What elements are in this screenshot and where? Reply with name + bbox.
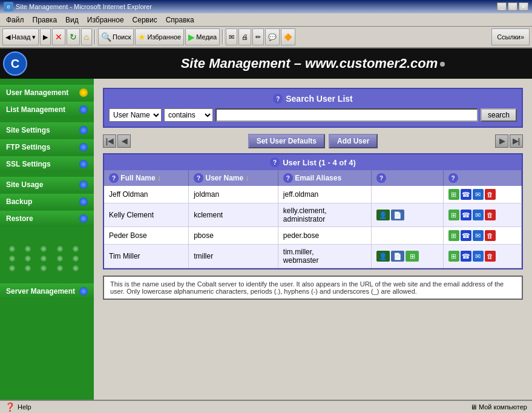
edit-button[interactable]: ✏ bbox=[252, 28, 264, 45]
msn-button[interactable]: 🔶 bbox=[281, 28, 295, 45]
mail-icon-4[interactable]: ✉ bbox=[473, 251, 484, 262]
export-icon-1[interactable]: ⊞ bbox=[448, 189, 459, 200]
nav-dot-site-usage bbox=[79, 180, 88, 189]
export-icon-2[interactable]: ⊞ bbox=[448, 210, 459, 220]
decorative-dot bbox=[41, 265, 47, 271]
menu-help[interactable]: Справка bbox=[162, 15, 198, 25]
table-row: Jeff Oldman joldman jeff.oldman ⊞ ☎ ✉ bbox=[104, 186, 522, 203]
phone-icon-4[interactable]: ☎ bbox=[461, 251, 471, 262]
forward-button[interactable]: ▶ bbox=[40, 28, 51, 45]
decorative-dot bbox=[41, 256, 47, 262]
col-actions1-help[interactable]: ? bbox=[376, 173, 386, 183]
cell-fullname-2: Kelly Clement bbox=[104, 203, 189, 227]
col-actions-2: ? bbox=[443, 170, 521, 186]
title-bar: e Site Management - Microsoft Internet E… bbox=[0, 0, 532, 13]
main-panel: Site Management – www.customer2.com ? Se… bbox=[94, 48, 532, 400]
stop-button[interactable]: ✕ bbox=[52, 28, 65, 45]
minimize-button[interactable]: _ bbox=[497, 2, 507, 11]
page-icon-4[interactable]: 📄 bbox=[391, 251, 404, 262]
sidebar-logo: C bbox=[0, 48, 94, 79]
menu-view[interactable]: Вид bbox=[62, 15, 82, 25]
prev-page-button[interactable]: ◀ bbox=[117, 134, 131, 148]
col-email-help[interactable]: ? bbox=[283, 173, 293, 183]
sidebar-item-restore[interactable]: Restore bbox=[0, 211, 94, 226]
sort-username-icon[interactable]: ↓ bbox=[246, 174, 249, 182]
user-list-help-icon[interactable]: ? bbox=[270, 157, 280, 167]
sidebar-item-ssl-settings[interactable]: SSL Settings bbox=[0, 156, 94, 172]
first-page-button[interactable]: |◀ bbox=[103, 134, 116, 148]
decorative-dot bbox=[25, 265, 31, 271]
sidebar-item-backup[interactable]: Backup bbox=[0, 194, 94, 210]
delete-icon-4[interactable]: 🗑 bbox=[485, 251, 496, 262]
sidebar-item-ftp-settings[interactable]: FTP Settings bbox=[0, 139, 94, 155]
decorative-dot bbox=[57, 256, 63, 262]
menu-favorites[interactable]: Избранное bbox=[84, 15, 128, 25]
delete-icon-2[interactable]: 🗑 bbox=[485, 210, 496, 220]
search-button[interactable]: search bbox=[481, 108, 517, 122]
export-icon2-4[interactable]: ⊞ bbox=[406, 251, 419, 262]
sidebar-item-site-usage[interactable]: Site Usage bbox=[0, 177, 94, 193]
phone-icon-1[interactable]: ☎ bbox=[461, 189, 471, 200]
page-nav-left: |◀ ◀ bbox=[103, 134, 131, 148]
sidebar-item-server-management[interactable]: Server Management bbox=[0, 283, 94, 299]
mail-icon-2[interactable]: ✉ bbox=[473, 210, 484, 220]
discuss-button[interactable]: 💬 bbox=[265, 28, 280, 45]
cell-fullname-4: Tim Miller bbox=[104, 245, 189, 268]
stop-icon: ✕ bbox=[55, 32, 62, 42]
delete-icon-3[interactable]: 🗑 bbox=[485, 230, 496, 241]
cell-username-4: tmiller bbox=[189, 245, 278, 268]
links-button[interactable]: Ссылки » bbox=[491, 28, 530, 45]
page-icon-2[interactable]: 📄 bbox=[391, 210, 404, 220]
refresh-button[interactable]: ↻ bbox=[67, 28, 80, 45]
menu-file[interactable]: Файл bbox=[2, 15, 28, 25]
export-icon-4[interactable]: ⊞ bbox=[448, 251, 459, 262]
phone-icon-3[interactable]: ☎ bbox=[461, 230, 471, 241]
browser-toolbar: ◀ Назад ▾ ▶ ✕ ↻ ⌂ 🔍 Поиск ★ Избранное ▶ … bbox=[0, 27, 532, 48]
mail-icon-3[interactable]: ✉ bbox=[473, 230, 484, 241]
star-icon: ★ bbox=[138, 32, 146, 42]
search-controls: User Name Email contains starts with equ… bbox=[109, 108, 517, 122]
col-fullname-help[interactable]: ? bbox=[109, 173, 119, 183]
search-button[interactable]: 🔍 Поиск bbox=[98, 28, 134, 45]
mail-icon-1[interactable]: ✉ bbox=[473, 189, 484, 200]
col-actions2-help[interactable]: ? bbox=[448, 173, 458, 183]
cell-icons2-3: ⊞ ☎ ✉ 🗑 bbox=[443, 227, 521, 245]
add-user-button[interactable]: Add User bbox=[329, 134, 378, 148]
sidebar-item-user-management[interactable]: User Management bbox=[0, 85, 94, 101]
admin-icon-2[interactable]: 👤 bbox=[376, 210, 390, 220]
menu-edit[interactable]: Правка bbox=[29, 15, 61, 25]
window-controls[interactable]: _ □ ✕ bbox=[497, 2, 528, 11]
info-box: This is the name used by the Cobalt serv… bbox=[103, 276, 523, 300]
search-input[interactable] bbox=[215, 108, 478, 122]
delete-icon-1[interactable]: 🗑 bbox=[485, 189, 496, 200]
print-button[interactable]: 🖨 bbox=[238, 28, 251, 45]
maximize-button[interactable]: □ bbox=[508, 2, 517, 11]
phone-icon-2[interactable]: ☎ bbox=[461, 210, 471, 220]
search-filter-select[interactable]: User Name Email bbox=[109, 108, 162, 122]
set-user-defaults-button[interactable]: Set User Defaults bbox=[248, 134, 325, 148]
media-button[interactable]: ▶ Медиа bbox=[185, 28, 220, 45]
next-page-button[interactable]: ▶ bbox=[495, 134, 508, 148]
sort-fullname-icon[interactable]: ↓ bbox=[157, 174, 161, 182]
window-title: Site Management - Microsoft Internet Exp… bbox=[16, 3, 152, 10]
last-page-button[interactable]: ▶| bbox=[510, 134, 523, 148]
status-bar: ❓ Help 🖥 Мой компьютер bbox=[0, 400, 532, 413]
export-icon-3[interactable]: ⊞ bbox=[448, 230, 459, 241]
admin-icon-4[interactable]: 👤 bbox=[376, 251, 390, 262]
menu-service[interactable]: Сервис bbox=[129, 15, 161, 25]
sidebar-item-site-settings[interactable]: Site Settings bbox=[0, 122, 94, 138]
back-button[interactable]: ◀ Назад ▾ bbox=[2, 28, 39, 45]
user-list-container: ? User List (1 - 4 of 4) ? Full Name ↓ bbox=[103, 153, 523, 269]
home-button[interactable]: ⌂ bbox=[81, 28, 92, 45]
sidebar-item-list-management[interactable]: List Management bbox=[0, 102, 94, 117]
cell-fullname-3: Peder Bose bbox=[104, 227, 189, 245]
close-button[interactable]: ✕ bbox=[519, 2, 528, 11]
nav-dot-ssl-settings bbox=[79, 160, 88, 168]
search-help-icon[interactable]: ? bbox=[273, 94, 283, 104]
mail-button[interactable]: ✉ bbox=[226, 28, 237, 45]
decorative-dot bbox=[73, 265, 79, 271]
favorites-button[interactable]: ★ Избранное bbox=[135, 28, 184, 45]
search-condition-select[interactable]: contains starts with equals bbox=[164, 108, 213, 122]
pagination-bar: |◀ ◀ Set User Defaults Add User ▶ ▶| bbox=[103, 134, 523, 148]
col-username-help[interactable]: ? bbox=[194, 173, 203, 183]
